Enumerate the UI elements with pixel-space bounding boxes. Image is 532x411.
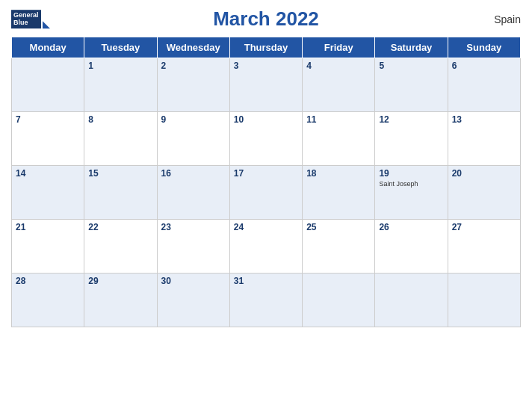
day-number: 28 <box>16 276 80 286</box>
day-cell: 4 <box>303 58 375 112</box>
day-number: 11 <box>306 114 371 125</box>
day-number: 21 <box>16 222 80 232</box>
day-cell: 29 <box>84 274 157 327</box>
day-number: 1 <box>88 61 152 71</box>
day-number: 14 <box>16 168 80 179</box>
logo: GeneralBlue <box>11 10 50 29</box>
day-cell: 19Saint Joseph <box>375 166 448 220</box>
week-row-2: 78910111213 <box>12 112 521 166</box>
weekday-header-tuesday: Tuesday <box>84 37 157 58</box>
day-number: 3 <box>234 61 298 71</box>
day-cell <box>375 274 448 327</box>
logo-triangle <box>43 21 50 28</box>
day-cell: 24 <box>229 220 302 274</box>
day-cell: 12 <box>375 112 448 166</box>
day-number: 18 <box>306 168 371 179</box>
day-number: 27 <box>452 222 516 232</box>
day-cell: 3 <box>229 58 302 112</box>
day-cell <box>303 274 375 327</box>
calendar-table: MondayTuesdayWednesdayThursdayFridaySatu… <box>11 37 521 327</box>
day-event: Saint Joseph <box>379 180 443 188</box>
week-row-5: 28293031 <box>12 274 521 327</box>
day-number: 17 <box>234 168 298 179</box>
day-number: 15 <box>88 168 152 179</box>
day-cell: 27 <box>448 220 520 274</box>
day-cell: 15 <box>84 166 157 220</box>
day-cell: 21 <box>12 220 84 274</box>
header: GeneralBlue March 2022 Spain <box>11 7 521 31</box>
day-cell: 17 <box>229 166 302 220</box>
weekday-header-sunday: Sunday <box>448 37 520 58</box>
day-cell: 10 <box>229 112 302 166</box>
country-label: Spain <box>494 13 521 25</box>
day-number: 24 <box>234 222 298 232</box>
day-number: 23 <box>161 222 226 232</box>
day-number: 9 <box>161 114 226 125</box>
day-cell: 26 <box>375 220 448 274</box>
day-cell: 11 <box>303 112 375 166</box>
day-number: 6 <box>452 61 516 71</box>
day-cell: 23 <box>157 220 229 274</box>
weekday-header-thursday: Thursday <box>229 37 302 58</box>
day-cell <box>12 58 84 112</box>
day-number: 30 <box>161 276 226 286</box>
weekday-header-monday: Monday <box>12 37 84 58</box>
calendar-page: GeneralBlue March 2022 Spain MondayTuesd… <box>0 0 532 411</box>
day-cell: 25 <box>303 220 375 274</box>
day-cell <box>448 274 520 327</box>
day-cell: 20 <box>448 166 520 220</box>
day-number: 19 <box>379 168 443 179</box>
day-cell: 31 <box>229 274 302 327</box>
day-number: 4 <box>306 61 371 71</box>
week-row-4: 21222324252627 <box>12 220 521 274</box>
day-cell: 9 <box>157 112 229 166</box>
day-number: 10 <box>234 114 298 125</box>
weekday-header-friday: Friday <box>303 37 375 58</box>
day-cell: 18 <box>303 166 375 220</box>
logo-box: GeneralBlue <box>11 10 41 29</box>
day-cell: 16 <box>157 166 229 220</box>
day-number: 7 <box>16 114 80 125</box>
day-number: 13 <box>452 114 516 125</box>
day-cell: 5 <box>375 58 448 112</box>
week-row-1: 123456 <box>12 58 521 112</box>
day-cell: 22 <box>84 220 157 274</box>
day-number: 16 <box>161 168 226 179</box>
day-number: 22 <box>88 222 152 232</box>
day-cell: 28 <box>12 274 84 327</box>
day-cell: 1 <box>84 58 157 112</box>
day-number: 20 <box>452 168 516 179</box>
day-cell: 14 <box>12 166 84 220</box>
weekday-header-row: MondayTuesdayWednesdayThursdayFridaySatu… <box>12 37 521 58</box>
day-cell: 6 <box>448 58 520 112</box>
day-cell: 2 <box>157 58 229 112</box>
day-number: 26 <box>379 222 443 232</box>
week-row-3: 141516171819Saint Joseph20 <box>12 166 521 220</box>
day-number: 12 <box>379 114 443 125</box>
day-number: 8 <box>88 114 152 125</box>
weekday-header-saturday: Saturday <box>375 37 448 58</box>
day-number: 5 <box>379 61 443 71</box>
weekday-header-wednesday: Wednesday <box>157 37 229 58</box>
day-cell: 7 <box>12 112 84 166</box>
day-number: 29 <box>88 276 152 286</box>
day-cell: 8 <box>84 112 157 166</box>
day-number: 25 <box>306 222 371 232</box>
page-title: March 2022 <box>213 7 319 31</box>
day-cell: 13 <box>448 112 520 166</box>
day-cell: 30 <box>157 274 229 327</box>
day-number: 31 <box>234 276 298 286</box>
day-number: 2 <box>161 61 226 71</box>
